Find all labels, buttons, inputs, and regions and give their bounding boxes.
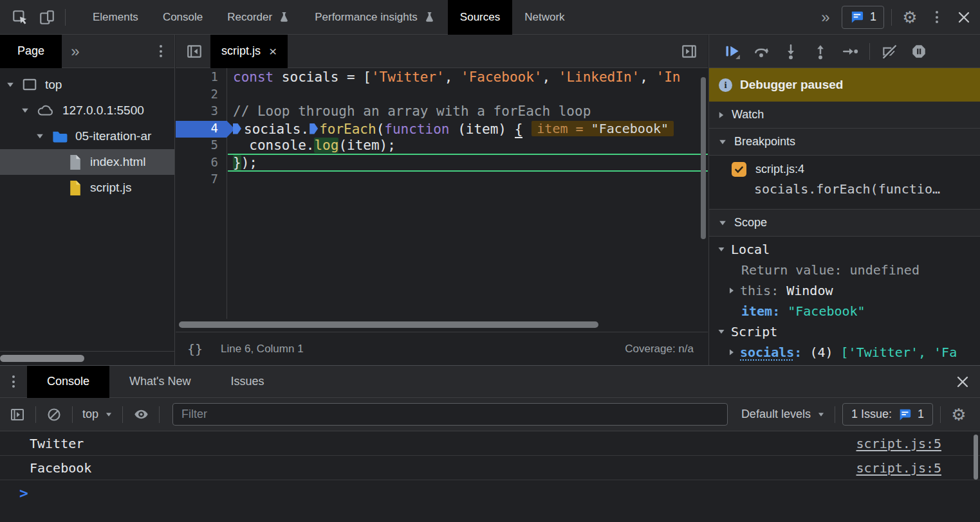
step-button[interactable] [835, 38, 865, 65]
filter-input[interactable] [172, 403, 728, 426]
tree-item-top[interactable]: top [0, 72, 174, 98]
inspect-button[interactable] [6, 4, 33, 31]
console-settings-button[interactable]: ⚙ [945, 401, 972, 428]
tab-label: Sources [460, 11, 500, 24]
step-over-button[interactable] [746, 38, 776, 65]
console-sidebar-button[interactable] [4, 401, 31, 428]
frame-icon [21, 76, 38, 93]
navigator-tab-page[interactable]: Page [0, 35, 62, 68]
scrollbar-thumb[interactable] [179, 321, 598, 328]
eye-icon [133, 406, 149, 422]
tree-item-script-js[interactable]: script.js [0, 175, 174, 201]
toolbar-divider [72, 406, 73, 423]
deactivate-breakpoints-icon [881, 43, 898, 60]
more-tabs-button[interactable]: » [812, 4, 839, 31]
caret-down-icon [719, 248, 725, 251]
navigator-sidebar: Page » top 127.0.0.1:5500 05-iteration-a… [0, 35, 175, 365]
step-out-button[interactable] [806, 38, 835, 65]
section-watch[interactable]: Watch [709, 102, 980, 129]
tab-performance-insights[interactable]: Performance insights [302, 0, 448, 35]
scope-item[interactable]: item: "Facebook" [709, 301, 980, 321]
log-levels-selector[interactable]: Default levels [736, 408, 830, 421]
close-devtools-button[interactable] [950, 4, 977, 31]
breakpoint-entry[interactable]: script.js:4 socials.forEach(functio… [709, 156, 980, 210]
navigator-more-tabs-button[interactable]: » [62, 38, 89, 65]
navigator-menu-button[interactable] [147, 38, 174, 65]
tree-item-index-html[interactable]: index.html [0, 149, 174, 175]
breakpoint-checkbox[interactable] [732, 162, 746, 177]
console-scrollbar[interactable] [974, 435, 978, 480]
line-number[interactable]: 1 [176, 69, 227, 87]
execution-marker-icon [310, 123, 318, 134]
devtools-window: Elements Console Recorder Performance in… [0, 0, 980, 522]
cursor-position: Line 6, Column 1 [221, 343, 304, 356]
tree-item-host[interactable]: 127.0.0.1:5500 [0, 98, 174, 123]
resume-button[interactable] [717, 38, 746, 65]
caret-down-icon [719, 330, 725, 334]
line-number[interactable]: 2 [176, 87, 227, 104]
gear-icon: ⚙ [902, 9, 917, 26]
close-tab-icon[interactable]: × [269, 44, 277, 58]
live-expression-button[interactable] [127, 401, 154, 428]
line-number[interactable]: 7 [176, 172, 227, 189]
line-number[interactable]: 6 [176, 155, 227, 172]
tab-elements[interactable]: Elements [80, 0, 151, 35]
close-drawer-button[interactable] [949, 368, 976, 395]
section-scope[interactable]: Scope [709, 210, 980, 237]
drawer-tab-whats-new[interactable]: What's New [109, 366, 210, 398]
settings-button[interactable]: ⚙ [896, 4, 923, 31]
show-debugger-button[interactable] [676, 38, 703, 65]
code-line-1: const socials = ['Twitter', 'Facebook', … [233, 69, 699, 87]
tab-recorder[interactable]: Recorder [215, 0, 302, 35]
console-prompt-row[interactable]: > [0, 480, 980, 506]
line-number[interactable]: 5 [176, 138, 227, 155]
tab-label: Recorder [227, 11, 272, 24]
tab-sources[interactable]: Sources [448, 0, 512, 35]
console-toolbar: top Default levels 1 Issue: [0, 398, 980, 431]
tab-label: Page [17, 44, 44, 58]
drawer-menu-button[interactable] [0, 368, 27, 395]
clear-console-button[interactable] [41, 401, 68, 428]
scrollbar-thumb[interactable] [0, 355, 84, 362]
device-toolbar-button[interactable] [33, 4, 60, 31]
editor-vertical-scrollbar[interactable] [701, 77, 706, 239]
context-selector[interactable]: top [77, 408, 118, 421]
line-number[interactable]: 3 [176, 104, 227, 121]
scope-local[interactable]: Local [709, 239, 980, 260]
issues-button[interactable]: 1 Issue: 1 [842, 403, 933, 426]
step-out-icon [812, 43, 829, 60]
panel-left-icon [10, 407, 25, 422]
editor-tab-script-js[interactable]: script.js × [210, 35, 288, 68]
kebab-menu-icon [936, 11, 938, 23]
source-link[interactable]: script.js:5 [856, 460, 941, 476]
tab-network[interactable]: Network [512, 0, 577, 35]
panel-right-icon [681, 43, 698, 60]
section-title: Scope [734, 216, 767, 230]
editor-status-bar: {} Line 6, Column 1 Coverage: n/a [176, 332, 708, 365]
code-area[interactable]: 1 2 3 4 5 6 7 const socials = ['Twitter'… [176, 68, 708, 319]
line-number-current-paused[interactable]: 4 [176, 121, 227, 138]
editor-horizontal-scrollbar[interactable] [176, 320, 708, 331]
caret-right-icon [730, 350, 734, 356]
pretty-print-button[interactable]: {} [187, 341, 203, 357]
tab-label: Console [163, 11, 203, 24]
deactivate-breakpoints-button[interactable] [874, 38, 904, 65]
pause-on-exceptions-button[interactable] [904, 38, 934, 65]
source-link[interactable]: script.js:5 [856, 436, 941, 451]
drawer-tab-console[interactable]: Console [27, 366, 109, 398]
main-menu-button[interactable] [923, 4, 950, 31]
hide-navigator-button[interactable] [181, 38, 208, 65]
section-breakpoints[interactable]: Breakpoints [709, 129, 980, 156]
tree-item-folder[interactable]: 05-iteration-ar [0, 123, 174, 149]
navigator-scrollbar[interactable] [0, 351, 174, 365]
line-number-gutter[interactable]: 1 2 3 4 5 6 7 [176, 68, 227, 319]
scope-socials[interactable]: socials: (4) ['Twitter', 'Fa [709, 342, 980, 363]
paused-banner-text: Debugger paused [740, 78, 843, 92]
issue-chat-icon [898, 408, 912, 422]
issues-counter-button[interactable]: 1 [842, 6, 884, 29]
scope-this[interactable]: this: Window [709, 280, 980, 301]
scope-script[interactable]: Script [709, 321, 980, 342]
step-into-button[interactable] [776, 38, 806, 65]
tab-console[interactable]: Console [151, 0, 215, 35]
drawer-tab-issues[interactable]: Issues [211, 366, 284, 398]
